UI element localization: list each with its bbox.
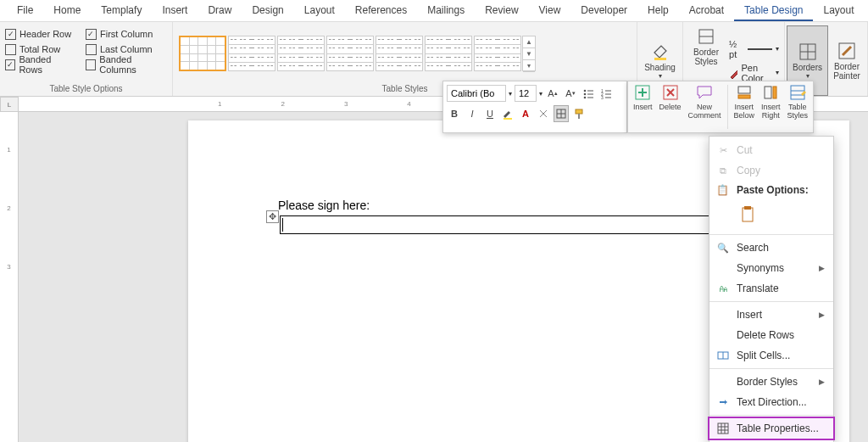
format-painter-button[interactable] [571, 105, 587, 122]
checkbox-header-row[interactable]: ✓Header Row [5, 27, 74, 41]
tab-insert[interactable]: Insert [152, 0, 198, 21]
checkbox-banded-rows[interactable]: ✓Banded Rows [5, 58, 74, 71]
search-icon: 🔍 [716, 241, 730, 255]
table-move-handle[interactable]: ✥ [266, 210, 279, 223]
svg-rect-35 [791, 86, 804, 99]
mini-insert-right-button[interactable]: Insert Right [758, 83, 784, 131]
tab-design[interactable]: Design [242, 0, 293, 21]
cm-synonyms[interactable]: Synonyms▶ [709, 258, 833, 278]
svg-rect-38 [743, 208, 753, 221]
tab-layout[interactable]: Layout [813, 0, 864, 21]
mini-format-toolbar: ▾ ▾ A▴ A▾ 123 B I U A [442, 81, 627, 133]
svg-rect-33 [765, 87, 771, 98]
table-styles-icon [789, 84, 806, 101]
gallery-scroll[interactable]: ▲▼▾ [522, 36, 536, 71]
shrink-font-button[interactable]: A▾ [563, 85, 578, 102]
numbering-button[interactable]: 123 [598, 85, 614, 102]
table-style-thumb[interactable] [179, 36, 226, 71]
cut-icon: ✂ [716, 143, 730, 157]
table-properties-icon [716, 422, 730, 435]
mini-table-ribbon: Insert Delete New Comment Insert Below I… [627, 81, 814, 133]
svg-point-7 [584, 90, 587, 92]
table-style-thumb[interactable] [228, 36, 275, 71]
pen-icon [729, 67, 737, 79]
pen-weight-dropdown[interactable]: ½ pt▾ [729, 39, 779, 59]
cm-paste-options [709, 199, 833, 232]
insert-below-icon [736, 84, 753, 101]
table-style-thumb[interactable] [474, 36, 521, 71]
cm-search[interactable]: 🔍Search [709, 238, 833, 258]
clear-format-button[interactable] [536, 105, 551, 122]
font-name-combo[interactable] [447, 85, 506, 102]
tab-review[interactable]: Review [475, 0, 528, 21]
borders-grid-icon [798, 42, 817, 61]
translate-icon: 🗛 [716, 282, 730, 295]
svg-rect-34 [773, 87, 776, 98]
tab-draw[interactable]: Draw [198, 0, 242, 21]
svg-rect-23 [576, 109, 582, 114]
pen-color-dropdown[interactable]: Pen Color▾ [729, 63, 779, 83]
borders-mini-button[interactable] [554, 105, 569, 122]
cm-copy: ⧉Copy [709, 160, 833, 181]
bucket-icon [651, 42, 670, 61]
cm-text-direction[interactable]: ⮕Text Direction... [709, 392, 833, 412]
mini-table-styles-button[interactable]: Table Styles [784, 83, 812, 131]
border-painter-button[interactable]: Border Painter [828, 25, 865, 96]
font-color-button[interactable]: A [518, 105, 533, 122]
checkbox-banded-columns[interactable]: Banded Columns [86, 58, 167, 71]
svg-rect-39 [744, 206, 751, 210]
tab-help[interactable]: Help [637, 0, 679, 21]
mini-insert-button[interactable]: Insert [630, 83, 656, 131]
cm-insert[interactable]: Insert▶ [709, 305, 833, 325]
tab-file[interactable]: File [7, 0, 43, 21]
copy-icon: ⧉ [716, 164, 730, 177]
underline-button[interactable]: U [482, 105, 498, 122]
document-text[interactable]: Please sign here: [278, 199, 370, 212]
svg-rect-24 [578, 114, 580, 119]
cm-translate[interactable]: 🗛Translate [709, 278, 833, 299]
svg-rect-32 [738, 95, 750, 98]
svg-point-9 [584, 93, 587, 96]
svg-rect-0 [654, 58, 666, 60]
table-style-thumb[interactable] [326, 36, 374, 71]
mini-insert-below-button[interactable]: Insert Below [731, 83, 759, 131]
highlight-button[interactable] [500, 105, 515, 122]
tab-acrobat[interactable]: Acrobat [679, 0, 734, 21]
italic-button[interactable]: I [465, 105, 480, 122]
insert-right-icon [762, 84, 779, 101]
tab-layout[interactable]: Layout [294, 0, 345, 21]
tab-home[interactable]: Home [43, 0, 91, 21]
paste-icon: 📋 [716, 184, 729, 196]
cm-delete-rows[interactable]: Delete Rows [709, 325, 833, 345]
paste-keep-source[interactable] [737, 203, 759, 227]
cm-split-cells[interactable]: Split Cells... [709, 345, 833, 366]
checkbox-first-column[interactable]: ✓First Column [86, 27, 167, 41]
table-style-thumb[interactable] [425, 36, 472, 71]
table-styles-gallery[interactable]: ▲▼▾ [178, 25, 632, 81]
font-size-combo[interactable] [515, 85, 537, 102]
tab-table-design[interactable]: Table Design [734, 0, 813, 21]
tab-developer[interactable]: Developer [570, 0, 637, 21]
insert-icon [634, 84, 651, 101]
tab-view[interactable]: View [529, 0, 571, 21]
cm-border-styles[interactable]: Border Styles▶ [709, 372, 833, 392]
group-table-style-options-label: Table Style Options [5, 81, 167, 96]
bullets-button[interactable] [581, 85, 596, 102]
grow-font-button[interactable]: A▴ [545, 85, 560, 102]
table-style-thumb[interactable] [277, 36, 325, 71]
mini-delete-button[interactable]: Delete [656, 83, 685, 131]
table-style-thumb[interactable] [376, 36, 423, 71]
tab-templafy[interactable]: Templafy [91, 0, 152, 21]
ruler-vertical[interactable]: 123 [0, 112, 19, 442]
svg-text:3: 3 [601, 95, 604, 99]
mini-new-comment-button[interactable]: New Comment [685, 83, 725, 131]
painter-icon [837, 42, 856, 60]
ribbon-tabs: FileHomeTemplafyInsertDrawDesignLayoutRe… [0, 0, 868, 22]
ruler-corner: L [0, 97, 19, 112]
context-menu: ✂Cut ⧉Copy 📋Paste Options: 🔍Search Synon… [709, 136, 834, 442]
cm-table-properties[interactable]: Table Properties... [709, 418, 833, 439]
bold-button[interactable]: B [447, 105, 462, 122]
tab-references[interactable]: References [345, 0, 417, 21]
cm-paste-options-heading: 📋Paste Options: [709, 181, 833, 199]
tab-mailings[interactable]: Mailings [417, 0, 475, 21]
